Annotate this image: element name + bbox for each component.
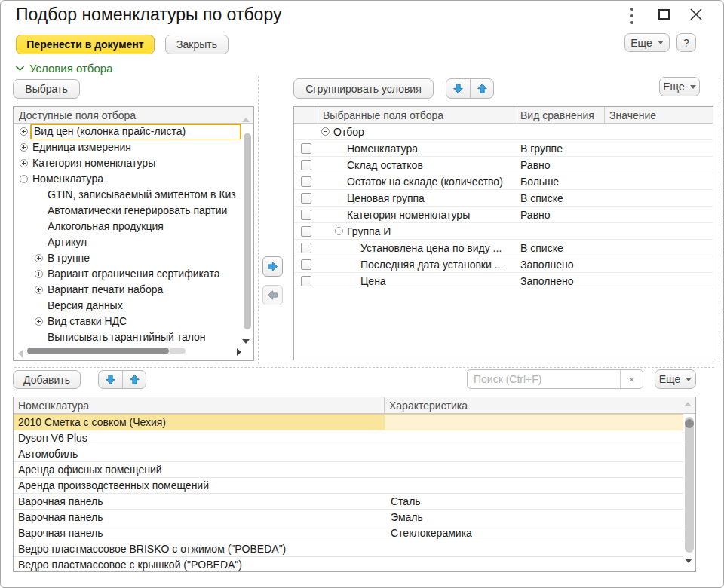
condition-row[interactable]: Группа И: [294, 223, 713, 240]
window-menu-icon[interactable]: [627, 8, 637, 24]
select-button[interactable]: Выбрать: [13, 79, 80, 99]
scroll-right-icon[interactable]: [237, 348, 241, 356]
condition-row[interactable]: Цена Заполнено: [294, 273, 713, 289]
checkbox[interactable]: [301, 210, 311, 220]
available-field-item[interactable]: Артикул: [14, 234, 241, 250]
available-field-item[interactable]: Вид цен (колонка прайс-листа): [14, 124, 241, 139]
available-field-item[interactable]: Вариант печати набора: [14, 282, 241, 298]
expander-icon[interactable]: [20, 175, 28, 183]
available-field-item[interactable]: Категория номенклатуры: [14, 155, 241, 171]
vertical-scrollbar-thumb[interactable]: [685, 417, 694, 553]
column-header-comparison[interactable]: Вид сравнения: [517, 107, 605, 123]
group-conditions-button[interactable]: Сгруппировать условия: [293, 78, 434, 99]
condition-row[interactable]: Номенклатура В группе: [294, 140, 713, 157]
condition-row[interactable]: Категория номенклатуры Равно: [294, 207, 713, 223]
move-left-button[interactable]: [262, 285, 283, 305]
available-field-item[interactable]: Алкогольная продукция: [14, 219, 241, 234]
move-down-button[interactable]: [446, 79, 470, 98]
more-button-top[interactable]: Еще: [624, 33, 670, 52]
result-row[interactable]: Автомобиль: [14, 446, 683, 462]
horizontal-splitter[interactable]: [14, 367, 714, 368]
column-header-nomenclature[interactable]: Номенклатура: [14, 397, 385, 413]
expander-icon[interactable]: [35, 270, 43, 278]
expander-icon[interactable]: [20, 143, 28, 152]
result-row[interactable]: Ведро пластмассовое с крышкой ("POBEDA"): [14, 557, 683, 571]
result-row[interactable]: Dyson V6 Plus: [14, 430, 683, 446]
help-button[interactable]: ?: [676, 33, 696, 52]
checkbox[interactable]: [301, 176, 311, 187]
available-field-item[interactable]: В группе: [14, 250, 241, 266]
scroll-down-icon[interactable]: [685, 559, 692, 563]
expander-icon[interactable]: [335, 227, 343, 235]
more-button-results[interactable]: Еще: [655, 369, 696, 389]
result-row[interactable]: Аренда офисных помещений: [14, 462, 683, 478]
close-icon[interactable]: [689, 7, 704, 22]
move-up-button[interactable]: [122, 371, 146, 388]
result-row[interactable]: Ведро пластмассовое BRISKO с отжимом ("P…: [14, 541, 683, 557]
result-row[interactable]: Варочная панель Сталь: [14, 494, 683, 510]
scroll-up-icon[interactable]: [242, 118, 250, 122]
checkbox[interactable]: [301, 243, 311, 253]
condition-row[interactable]: Ценовая группа В списке: [294, 190, 713, 207]
checkbox[interactable]: [301, 160, 311, 170]
expander-icon[interactable]: [321, 127, 330, 136]
column-header-field[interactable]: Выбранные поля отбора: [318, 107, 517, 123]
available-field-label: Единица измерения: [32, 141, 241, 154]
checkbox[interactable]: [301, 259, 311, 270]
expander-icon[interactable]: [35, 317, 43, 326]
horizontal-scrollbar-thumb[interactable]: [27, 348, 169, 354]
available-field-item[interactable]: Номенклатура: [14, 171, 241, 187]
checkbox[interactable]: [301, 276, 311, 286]
available-field-item[interactable]: Автоматически генерировать партии: [14, 203, 241, 219]
nomenclature-cell: Dyson V6 Plus: [14, 432, 385, 444]
scrollbar-knob[interactable]: [685, 419, 694, 428]
characteristic-cell: Сталь: [385, 495, 683, 507]
add-button[interactable]: Добавить: [13, 370, 81, 389]
nomenclature-cell: 2010 Сметка с совком (Чехия): [14, 415, 385, 430]
condition-row[interactable]: Отбор: [294, 124, 713, 140]
more-button-conditions[interactable]: Еще: [659, 77, 700, 96]
vertical-splitter-right[interactable]: [719, 76, 719, 364]
condition-row[interactable]: Установлена цена по виду ... В списке: [294, 240, 713, 256]
search-input[interactable]: [468, 370, 620, 388]
available-field-item[interactable]: Вариант ограничения сертификата: [14, 266, 241, 282]
result-row[interactable]: Варочная панель Эмаль: [14, 510, 683, 525]
transfer-to-document-button[interactable]: Перенести в документ: [16, 35, 155, 54]
clear-search-icon[interactable]: ×: [620, 370, 643, 388]
available-field-item[interactable]: GTIN, записываемый эмитентом в Киз: [14, 187, 241, 203]
checkbox[interactable]: [301, 226, 311, 237]
expander-icon[interactable]: [20, 159, 28, 167]
move-up-button[interactable]: [470, 79, 493, 98]
move-right-button[interactable]: [262, 256, 283, 277]
scroll-up-icon[interactable]: [684, 402, 692, 406]
checkbox[interactable]: [301, 143, 311, 154]
column-header-value[interactable]: Значение: [605, 107, 713, 123]
scroll-down-icon[interactable]: [242, 339, 250, 344]
available-field-item[interactable]: Версия данных: [14, 298, 241, 314]
condition-row[interactable]: Остаток на складе (количество) Больше: [294, 173, 713, 190]
scroll-left-icon[interactable]: [18, 350, 23, 357]
condition-field-label: Ценовая группа: [347, 192, 425, 204]
available-fields-header: Доступные поля отбора: [14, 107, 253, 124]
available-field-item[interactable]: Выписывать гарантийный талон: [14, 329, 241, 345]
close-form-button[interactable]: Закрыть: [165, 35, 229, 54]
move-down-button[interactable]: [99, 371, 122, 388]
condition-row[interactable]: Склад остатков Равно: [294, 157, 713, 173]
horizontal-scrollbar-track[interactable]: [169, 348, 186, 354]
result-row[interactable]: 2010 Сметка с совком (Чехия): [14, 414, 683, 430]
condition-row[interactable]: Последняя дата установки ... Заполнено: [294, 256, 713, 273]
filter-conditions-toggle[interactable]: Условия отбора: [16, 62, 112, 75]
result-row[interactable]: Аренда производственных помещений: [14, 478, 683, 494]
result-row[interactable]: Варочная панель Стеклокерамика: [14, 525, 683, 541]
available-field-item[interactable]: Вид ставки НДС: [14, 314, 241, 329]
vertical-splitter-left[interactable]: [258, 76, 259, 364]
column-header-characteristic[interactable]: Характеристика: [385, 397, 695, 413]
expander-icon[interactable]: [35, 254, 43, 262]
vertical-scrollbar-thumb[interactable]: [244, 133, 251, 329]
expander-icon[interactable]: [20, 127, 28, 136]
checkbox[interactable]: [301, 193, 311, 204]
caret-down-icon: [658, 41, 664, 44]
maximize-icon[interactable]: [658, 9, 670, 20]
available-field-item[interactable]: Единица измерения: [14, 139, 241, 155]
expander-icon[interactable]: [35, 286, 43, 294]
